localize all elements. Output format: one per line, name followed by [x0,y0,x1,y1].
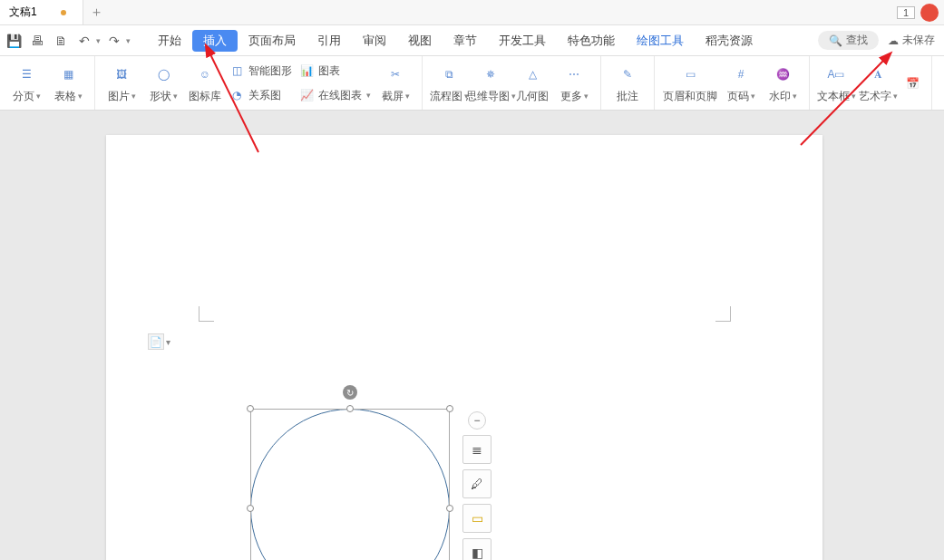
table-button[interactable]: ▦ 表格▾ [47,56,89,110]
user-avatar[interactable] [920,4,939,22]
pagenum-button[interactable]: # 页码▾ [720,56,762,110]
screenshot-icon: ✂ [384,63,407,86]
chart-icon: 📊 [299,63,314,78]
shape-shadow-button[interactable]: ◧ [462,538,491,560]
textbox-button[interactable]: A▭ 文本框▾ [815,56,857,110]
screenshot-button[interactable]: ✂ 截屏▾ [375,56,416,110]
shape-outline-icon: ▭ [472,511,483,526]
undo-button[interactable]: ↶ [74,31,94,51]
search-box[interactable]: 🔍 查找 [818,31,879,50]
page-count-badge: 1 [897,6,915,19]
toolbar-collapse-button[interactable]: − [468,411,486,430]
group-diagrams: ⧉ 流程图▾ ✵ 思维导图▾ △ 几何图 ⋯ 更多▾ [423,56,601,110]
redo-button[interactable]: ↷ [104,31,124,51]
smartart-button[interactable]: ◫ 智能图形 [226,62,296,81]
resize-handle-right[interactable] [446,505,453,512]
table-icon: ▦ [56,63,80,86]
shapes-icon: ◯ [151,63,175,86]
margin-mark-top-right [715,306,731,322]
print-preview-icon[interactable]: 🗎 [51,31,71,51]
save-icon[interactable]: 💾 [4,31,24,51]
comment-button[interactable]: ✎ 批注 [607,56,648,110]
shapes-button[interactable]: ◯ 形状▾ [142,56,184,110]
pagebreak-button[interactable]: ☰ 分页▾ [5,56,47,110]
tab-drawing-tools[interactable]: 绘图工具 [626,30,695,52]
paint-brush-icon: 🖊 [471,477,483,491]
selection-bounding-box [250,409,450,560]
group-headerfooter: ▭ 页眉和页脚 # 页码▾ ♒ 水印▾ [655,56,810,110]
shape-mini-toolbar: − ≣ 🖊 ▭ ◧ A▭ [462,411,491,560]
document-name: 文稿1 [9,5,37,20]
resize-handle-top[interactable] [346,405,354,412]
resize-handle-top-left[interactable] [247,405,254,412]
pagebreak-icon: ☰ [15,63,38,86]
date-icon: 📅 [900,72,924,95]
document-workspace[interactable]: 📄 ▾ ↻ − ≣ 🖊 ▭ ◧ A▭ [0,111,944,560]
iconlib-button[interactable]: ☺ 图标库 [184,56,226,110]
title-bar: 文稿1 ＋ 1 [0,0,944,25]
selected-shape-circle[interactable]: ↻ [250,409,450,560]
search-icon: 🔍 [829,34,842,47]
search-placeholder: 查找 [846,33,868,48]
date-button[interactable]: 📅 [899,56,926,110]
resize-handle-left[interactable] [247,505,254,512]
flowchart-button[interactable]: ⧉ 流程图▾ [428,56,470,110]
iconlib-icon: ☺ [193,63,217,86]
tab-page-layout[interactable]: 页面布局 [238,30,307,52]
comment-icon: ✎ [616,63,639,86]
redo-dropdown[interactable]: ▾ [126,36,131,45]
headerfooter-button[interactable]: ▭ 页眉和页脚 [660,56,720,110]
print-icon[interactable]: 🖶 [27,31,47,51]
group-text: A▭ 文本框▾ 𝐀 艺术字▾ 📅 [810,56,932,110]
resize-handle-top-right[interactable] [446,405,453,412]
wordart-icon: 𝐀 [866,63,890,86]
geometry-icon: △ [521,63,544,86]
more-button[interactable]: ⋯ 更多▾ [553,56,595,110]
shape-outline-button[interactable]: ▭ [462,504,491,533]
menu-bar: 💾 🖶 🗎 ↶ ▾ ↷ ▾ 开始 插入 页面布局 引用 审阅 视图 章节 开发工… [0,25,944,56]
save-status-label: 未保存 [902,33,935,48]
wordart-button[interactable]: 𝐀 艺术字▾ [857,56,899,110]
tab-review[interactable]: 审阅 [352,30,397,52]
tab-references[interactable]: 引用 [307,30,352,52]
rotate-handle[interactable]: ↻ [343,385,357,400]
paste-options-float[interactable]: 📄 ▾ [148,333,170,350]
geometry-button[interactable]: △ 几何图 [511,56,553,110]
headerfooter-icon: ▭ [678,63,702,86]
relation-button[interactable]: ◔ 关系图 [226,86,296,105]
tab-developer[interactable]: 开发工具 [488,30,557,52]
shadow-icon: ◧ [472,546,483,560]
wrap-text-button[interactable]: ≣ [462,435,491,464]
shape-fill-button[interactable]: 🖊 [462,469,491,498]
pagenum-icon: # [729,63,753,86]
cloud-save-status[interactable]: ☁ 未保存 [888,33,935,48]
smartart-icon: ◫ [229,63,244,78]
new-tab-button[interactable]: ＋ [83,4,111,21]
more-icon: ⋯ [562,63,586,86]
chart-button[interactable]: 📊 图表 [296,62,375,81]
onlinechart-button[interactable]: 📈 在线图表▾ [296,86,375,105]
mindmap-button[interactable]: ✵ 思维导图▾ [470,56,511,110]
tab-special[interactable]: 特色功能 [557,30,626,52]
tab-docer[interactable]: 稻壳资源 [695,30,764,52]
watermark-button[interactable]: ♒ 水印▾ [762,56,803,110]
group-page: ☰ 分页▾ ▦ 表格▾ [0,56,95,110]
tab-insert[interactable]: 插入 [192,30,238,52]
paste-options-dropdown[interactable]: ▾ [166,337,170,347]
group-illustrations: 🖼 图片▾ ◯ 形状▾ ☺ 图标库 ◫ 智能图形 ◔ 关系图 📊 图表 [95,56,423,110]
menubar-right: 🔍 查找 ☁ 未保存 [818,31,940,50]
tab-home[interactable]: 开始 [147,30,192,52]
undo-dropdown[interactable]: ▾ [96,36,101,45]
picture-button[interactable]: 🖼 图片▾ [101,56,142,110]
margin-mark-top-left [199,306,214,322]
unsaved-indicator [61,10,66,15]
watermark-icon: ♒ [771,63,794,86]
document-tab[interactable]: 文稿1 [0,0,83,24]
tab-section[interactable]: 章节 [443,30,488,52]
flowchart-icon: ⧉ [437,63,461,86]
ribbon-insert: ☰ 分页▾ ▦ 表格▾ 🖼 图片▾ ◯ 形状▾ ☺ 图标库 ◫ 智能图形 ◔ [0,56,944,111]
tab-view[interactable]: 视图 [397,30,443,52]
onlinechart-icon: 📈 [299,88,314,102]
quick-access-toolbar: 💾 🖶 🗎 ↶ ▾ ↷ ▾ [4,31,140,51]
relation-icon: ◔ [229,88,244,102]
